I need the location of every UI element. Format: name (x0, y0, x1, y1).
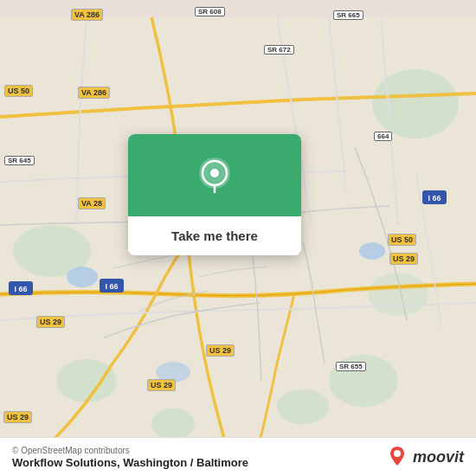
moovit-logo: moovit (385, 445, 464, 469)
va286-lower-label: VA 28 (78, 197, 106, 209)
va286-mid-label: VA 286 (78, 87, 110, 99)
popup-card: Take me there (128, 134, 301, 255)
sr655-label: SR 655 (336, 362, 366, 371)
sr672-label: SR 672 (264, 45, 294, 55)
svg-point-8 (67, 267, 98, 287)
us29-bl2-label: US 29 (147, 379, 176, 391)
us29-bm-label: US 29 (206, 344, 235, 357)
moovit-pin-icon (385, 445, 409, 469)
location-text: Workflow Solutions, Washington / Baltimo… (12, 456, 248, 469)
take-me-there-button[interactable]: Take me there (128, 216, 301, 255)
popup-green-area (128, 134, 301, 216)
svg-point-20 (394, 450, 401, 457)
bottom-bar: © OpenStreetMap contributors Workflow So… (0, 437, 476, 476)
moovit-brand-text: moovit (413, 448, 464, 466)
us29-far-left-label: US 29 (3, 411, 32, 423)
sr665-label: SR 665 (333, 10, 363, 20)
svg-text:I 66: I 66 (14, 285, 27, 293)
us50-right-label: US 50 (388, 234, 416, 246)
us29-right-label: US 29 (389, 253, 418, 265)
sr608-label: SR 608 (195, 7, 225, 16)
us50-left-label: US 50 (4, 85, 33, 97)
svg-point-9 (359, 242, 385, 260)
copyright-text: © OpenStreetMap contributors (12, 446, 248, 455)
svg-text:I 66: I 66 (105, 282, 118, 291)
svg-point-19 (210, 169, 219, 177)
bottom-left: © OpenStreetMap contributors Workflow So… (12, 446, 248, 469)
svg-point-5 (277, 389, 329, 424)
map-pin-icon (195, 156, 235, 196)
svg-text:I 66: I 66 (428, 194, 441, 203)
map-container: I 66 I 66 I 66 SR 608 SR 665 VA 286 US 5… (0, 0, 476, 476)
sr664-label: 664 (374, 132, 392, 141)
sr645-label: SR 645 (4, 156, 35, 165)
svg-point-2 (56, 359, 117, 402)
us29-bl-label: US 29 (36, 316, 65, 328)
svg-point-6 (151, 408, 195, 440)
va286-top-label: VA 286 (71, 9, 103, 21)
